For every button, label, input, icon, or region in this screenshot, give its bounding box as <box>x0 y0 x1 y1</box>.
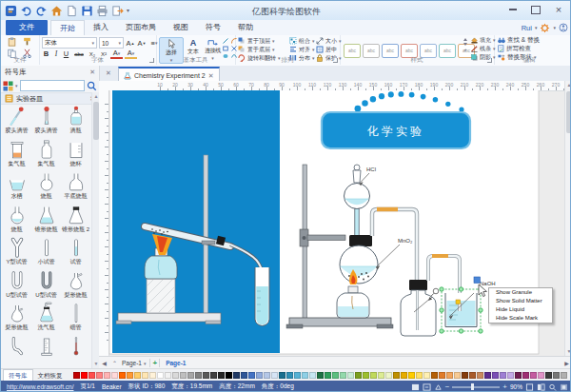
palette-color[interactable] <box>446 372 453 379</box>
palette-color[interactable] <box>393 372 400 379</box>
palette-color[interactable] <box>271 372 278 379</box>
palette-color[interactable] <box>347 372 354 379</box>
page-tab-active[interactable]: Page-1 <box>162 360 189 366</box>
palette-color[interactable] <box>378 372 384 379</box>
palette-color[interactable] <box>119 372 126 379</box>
palette-color[interactable] <box>180 372 187 379</box>
symbol-集气瓶[interactable]: 集气瓶 <box>2 138 31 169</box>
palette-color[interactable] <box>500 372 506 379</box>
palette-color[interactable] <box>294 372 301 379</box>
palette-color[interactable] <box>157 372 164 379</box>
library-picker-icon[interactable] <box>3 81 13 91</box>
scroll-pages-left-icon[interactable]: ◀ <box>99 360 109 366</box>
control-handle[interactable] <box>456 300 461 304</box>
zoom-slider[interactable] <box>452 386 500 388</box>
menu-item-show-granule[interactable]: Show Granule <box>489 288 552 297</box>
palette-color[interactable] <box>454 372 461 379</box>
tab-file[interactable]: 文件 <box>6 20 48 35</box>
vertical-scrollbar[interactable]: ▲ ▼ <box>564 81 571 356</box>
palette-color[interactable] <box>370 372 377 379</box>
palette-color[interactable] <box>363 372 369 379</box>
draw-rectangle-icon[interactable] <box>223 46 228 51</box>
palette-color[interactable] <box>104 372 110 379</box>
scroll-up-icon[interactable]: ▲ <box>565 81 571 89</box>
palette-color[interactable] <box>416 372 423 379</box>
fill-menu[interactable]: 填充▾ <box>471 36 496 44</box>
arrange-item-0[interactable]: 置于顶层▾ <box>238 37 281 45</box>
full-screen-icon[interactable] <box>434 383 443 391</box>
scroll-down-icon[interactable]: ▼ <box>565 347 571 356</box>
palette-color[interactable] <box>545 372 552 379</box>
palette-color[interactable] <box>256 372 263 379</box>
draw-line-icon[interactable] <box>223 38 228 44</box>
format-painter-icon[interactable] <box>22 37 32 47</box>
symbol-U型试管[interactable]: U型试管 <box>2 269 31 301</box>
palette-color[interactable] <box>553 372 560 379</box>
symbol-试管[interactable]: 试管 <box>61 236 90 267</box>
palette-color[interactable] <box>248 372 255 379</box>
palette-color[interactable] <box>462 372 468 379</box>
mno2-label[interactable]: MnO₂ <box>398 238 413 244</box>
symbol-梨形烧瓶[interactable]: 梨形烧瓶 <box>2 302 31 333</box>
arrange-item-1[interactable]: 置于底层▾ <box>238 46 281 53</box>
arrange-item-3[interactable]: 组合▾ <box>289 37 315 45</box>
palette-color[interactable] <box>522 372 529 379</box>
arrange-item-6[interactable]: 大小▾ <box>316 37 342 45</box>
palette-color[interactable] <box>134 372 141 379</box>
symbol-bent-tube[interactable] <box>2 335 31 366</box>
symbol-cylinder[interactable] <box>31 335 61 366</box>
symbol-小试管[interactable]: 小试管 <box>31 236 61 267</box>
tab-symbol[interactable]: 符号 <box>197 20 229 35</box>
maximize-button[interactable] <box>524 2 547 17</box>
symbol-search-input[interactable] <box>20 80 85 91</box>
panel-tab-document-recovery[interactable]: 文档恢复 <box>33 370 68 382</box>
symbol-集气瓶[interactable]: 集气瓶 <box>31 138 61 169</box>
style-gallery-scroll[interactable]: ▾ <box>463 38 467 52</box>
fit-page-icon[interactable] <box>525 383 534 391</box>
find-replace-button[interactable]: 查找 & 替换 <box>498 36 540 44</box>
palette-color[interactable] <box>233 372 240 379</box>
palette-color[interactable] <box>530 372 537 379</box>
palette-color[interactable] <box>165 372 171 379</box>
palette-color[interactable] <box>317 372 324 379</box>
palette-color[interactable] <box>89 372 95 379</box>
zoom-tool-icon[interactable] <box>548 383 557 391</box>
menu-item-hide-liquid[interactable]: Hide Liquid <box>489 305 552 314</box>
decrease-font-icon[interactable]: A▼ <box>137 39 147 48</box>
palette-color[interactable] <box>439 372 445 379</box>
palette-color[interactable] <box>149 372 156 379</box>
palette-color[interactable] <box>96 372 103 379</box>
tab-help[interactable]: 帮助 <box>229 20 262 35</box>
minimize-button[interactable] <box>502 2 524 17</box>
palette-color[interactable] <box>172 372 179 379</box>
account-name[interactable]: Rui <box>522 24 532 32</box>
page-width-icon[interactable] <box>423 383 431 391</box>
symbol-细管[interactable]: 细管 <box>61 302 90 333</box>
symbol-胶头滴管[interactable]: 胶头滴管 <box>31 105 61 136</box>
symbol-胶头滴管[interactable]: 胶头滴管 <box>2 105 31 136</box>
palette-color[interactable] <box>515 372 522 379</box>
zoom-out-button[interactable]: − <box>445 383 450 391</box>
palette-color[interactable] <box>477 372 483 379</box>
status-url-link[interactable]: http://www.edrawsoft.cn/ <box>7 383 73 390</box>
tab-home[interactable]: 开始 <box>50 20 85 35</box>
naoh-label[interactable]: NaOH <box>480 281 496 286</box>
close-tab-icon[interactable]: ✕ <box>208 72 214 80</box>
palette-color[interactable] <box>286 372 293 379</box>
symbol-梨形烧瓶[interactable]: 梨形烧瓶 <box>61 269 90 301</box>
symbol-Y型试管[interactable]: Y型试管 <box>2 236 31 267</box>
palette-color[interactable] <box>332 372 339 379</box>
palette-color[interactable] <box>309 372 316 379</box>
scroll-pages-right-icon[interactable]: ▶ <box>561 360 571 366</box>
tab-page-layout[interactable]: 页面布局 <box>117 20 165 35</box>
increase-font-icon[interactable]: A▲ <box>126 39 135 48</box>
symbol-水槽[interactable]: 水槽 <box>2 170 31 202</box>
symbol-烧瓶[interactable]: 烧瓶 <box>2 204 31 235</box>
palette-color[interactable] <box>195 372 202 379</box>
font-dialog-launcher[interactable] <box>149 58 154 63</box>
spell-check-button[interactable]: 拼写检查 <box>498 45 540 52</box>
palette-color[interactable] <box>127 372 133 379</box>
symbol-烧杯[interactable]: 烧杯 <box>61 138 90 169</box>
palette-color[interactable] <box>111 372 118 379</box>
library-section-header[interactable]: 实验器皿 ✕ <box>1 92 99 105</box>
